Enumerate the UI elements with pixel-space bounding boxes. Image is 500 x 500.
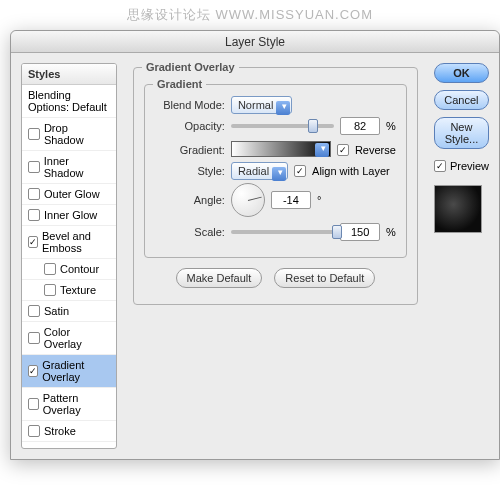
style-row-stroke[interactable]: Stroke — [22, 421, 116, 442]
style-checkbox[interactable] — [28, 236, 38, 248]
style-checkbox[interactable] — [28, 305, 40, 317]
style-checkbox[interactable] — [28, 188, 40, 200]
scale-input[interactable] — [340, 223, 380, 241]
style-row-gradient-overlay[interactable]: Gradient Overlay — [22, 355, 116, 388]
blend-mode-select[interactable]: Normal — [231, 96, 292, 114]
cancel-button[interactable]: Cancel — [434, 90, 489, 110]
angle-input[interactable] — [271, 191, 311, 209]
subgroup-legend: Gradient — [153, 78, 206, 90]
style-label: Pattern Overlay — [43, 392, 110, 416]
watermark: 思缘设计论坛 WWW.MISSYUAN.COM — [0, 6, 500, 24]
opacity-row: Opacity: % — [155, 117, 396, 135]
style-checkbox[interactable] — [28, 332, 40, 344]
opacity-label: Opacity: — [155, 120, 225, 132]
style-checkbox[interactable] — [28, 209, 40, 221]
style-row-drop-shadow[interactable]: Drop Shadow — [22, 118, 116, 151]
style-row-inner-glow[interactable]: Inner Glow — [22, 205, 116, 226]
style-checkbox[interactable] — [28, 398, 39, 410]
dialog-content: Styles Blending Options: Default Drop Sh… — [11, 53, 499, 459]
style-select[interactable]: Radial — [231, 162, 288, 180]
opacity-input[interactable] — [340, 117, 380, 135]
angle-label: Angle: — [155, 194, 225, 206]
style-label: Stroke — [44, 425, 76, 437]
gradient-label: Gradient: — [155, 144, 225, 156]
gradient-row: Gradient: Reverse — [155, 141, 396, 159]
pct-label: % — [386, 120, 396, 132]
settings-panel: Gradient Overlay Gradient Blend Mode: No… — [127, 63, 424, 449]
default-buttons-row: Make Default Reset to Default — [144, 268, 407, 288]
style-row-color-overlay[interactable]: Color Overlay — [22, 322, 116, 355]
opacity-slider[interactable] — [231, 124, 334, 128]
style-row-outer-glow[interactable]: Outer Glow — [22, 184, 116, 205]
styles-list: Styles Blending Options: Default Drop Sh… — [21, 63, 117, 449]
titlebar: Layer Style — [11, 31, 499, 53]
right-column: OK Cancel New Style... Preview — [434, 63, 489, 449]
style-label: Contour — [60, 263, 99, 275]
style-checkbox[interactable] — [28, 425, 40, 437]
make-default-button[interactable]: Make Default — [176, 268, 263, 288]
blending-options-label: Blending Options: Default — [28, 89, 110, 113]
style-row-inner-shadow[interactable]: Inner Shadow — [22, 151, 116, 184]
style-label: Drop Shadow — [44, 122, 110, 146]
new-style-button[interactable]: New Style... — [434, 117, 489, 149]
style-label: Style: — [155, 165, 225, 177]
layer-style-dialog: Layer Style Styles Blending Options: Def… — [10, 30, 500, 460]
scale-slider[interactable] — [231, 230, 334, 234]
style-label: Inner Glow — [44, 209, 97, 221]
group-legend: Gradient Overlay — [142, 61, 239, 73]
blend-mode-row: Blend Mode: Normal — [155, 99, 396, 111]
blend-mode-label: Blend Mode: — [155, 99, 225, 111]
style-row-satin[interactable]: Satin — [22, 301, 116, 322]
slider-thumb[interactable] — [308, 119, 318, 133]
style-row-pattern-overlay[interactable]: Pattern Overlay — [22, 388, 116, 421]
gradient-swatch[interactable] — [231, 141, 331, 157]
style-row-contour[interactable]: Contour — [22, 259, 116, 280]
scale-label: Scale: — [155, 226, 225, 238]
scale-row: Scale: % — [155, 223, 396, 241]
preview-checkbox[interactable] — [434, 160, 446, 172]
style-checkbox[interactable] — [44, 263, 56, 275]
style-label: Texture — [60, 284, 96, 296]
style-checkbox[interactable] — [28, 161, 40, 173]
align-label: Align with Layer — [312, 165, 390, 177]
style-label: Inner Shadow — [44, 155, 110, 179]
preview-label: Preview — [450, 160, 489, 172]
gradient-subgroup: Gradient Blend Mode: Normal Opacity: % G… — [144, 84, 407, 258]
blending-options-row[interactable]: Blending Options: Default — [22, 85, 116, 118]
style-checkbox[interactable] — [28, 128, 40, 140]
style-label: Gradient Overlay — [42, 359, 110, 383]
style-label: Satin — [44, 305, 69, 317]
styles-header[interactable]: Styles — [22, 64, 116, 85]
style-label: Color Overlay — [44, 326, 110, 350]
preview-thumbnail — [434, 185, 482, 233]
style-checkbox[interactable] — [28, 365, 38, 377]
align-checkbox[interactable] — [294, 165, 306, 177]
reset-default-button[interactable]: Reset to Default — [274, 268, 375, 288]
reverse-checkbox[interactable] — [337, 144, 349, 156]
style-row-bevel-and-emboss[interactable]: Bevel and Emboss — [22, 226, 116, 259]
style-checkbox[interactable] — [44, 284, 56, 296]
ok-button[interactable]: OK — [434, 63, 489, 83]
deg-label: ° — [317, 194, 321, 206]
style-row-texture[interactable]: Texture — [22, 280, 116, 301]
preview-row: Preview — [434, 160, 489, 172]
style-label: Bevel and Emboss — [42, 230, 110, 254]
angle-dial[interactable] — [231, 183, 265, 217]
slider-thumb[interactable] — [332, 225, 342, 239]
pct-label: % — [386, 226, 396, 238]
reverse-label: Reverse — [355, 144, 396, 156]
style-row: Style: Radial Align with Layer — [155, 165, 396, 177]
style-label: Outer Glow — [44, 188, 100, 200]
angle-row: Angle: ° — [155, 183, 396, 217]
gradient-overlay-group: Gradient Overlay Gradient Blend Mode: No… — [133, 67, 418, 305]
